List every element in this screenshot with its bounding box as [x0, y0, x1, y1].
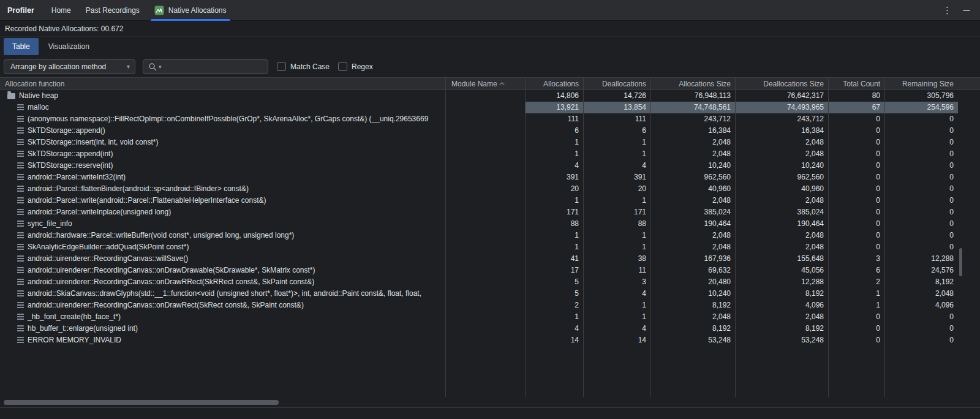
value-cell: 0 — [828, 311, 884, 323]
search-field[interactable]: ▾ — [143, 59, 268, 74]
more-options-icon[interactable]: ⋮ — [943, 6, 952, 15]
horizontal-scrollbar[interactable] — [0, 397, 980, 408]
function-icon — [17, 174, 24, 181]
allocation-function-label: android::Parcel::write(android::Parcel::… — [28, 195, 266, 206]
value-cell: 2,048 — [735, 230, 828, 241]
function-icon — [17, 302, 24, 309]
value-cell: 1 — [525, 230, 583, 241]
allocation-function-label: android::uirenderer::RecordingCanvas::on… — [28, 265, 315, 276]
table-row[interactable]: (anonymous namespace)::FillRectOpImpl::o… — [0, 113, 980, 125]
tab-home[interactable]: Home — [44, 0, 78, 21]
allocation-function-label: SkTDStorage::insert(int, int, void const… — [28, 137, 158, 148]
table-row[interactable]: android::hardware::Parcel::writeBuffer(v… — [0, 230, 980, 241]
table-row[interactable]: android::Parcel::writeInplace(unsigned l… — [0, 206, 980, 218]
table-row[interactable]: android::uirenderer::RecordingCanvas::on… — [0, 265, 980, 276]
regex-label[interactable]: Regex — [352, 62, 373, 71]
table-row[interactable]: SkAnalyticEdgeBuilder::addQuad(SkPoint c… — [0, 241, 980, 253]
value-cell: 17 — [525, 265, 583, 276]
table-row[interactable]: Native heap14,80614,72676,948,11376,642,… — [0, 90, 980, 102]
table-row[interactable]: SkTDStorage::insert(int, int, void const… — [0, 137, 980, 148]
table-row[interactable]: android::SkiaCanvas::drawGlyphs(std::__1… — [0, 288, 980, 300]
table-row[interactable]: SkTDStorage::append(int)112,0482,04800 — [0, 148, 980, 160]
allocation-function-label: _hb_font_create(hb_face_t*) — [28, 311, 121, 323]
search-icon[interactable] — [148, 62, 157, 71]
match-case-label[interactable]: Match Case — [290, 62, 330, 71]
value-cell: 0 — [884, 160, 958, 172]
allocation-function-label: android::uirenderer::RecordingCanvas::on… — [28, 300, 304, 311]
table-row[interactable]: android::uirenderer::RecordingCanvas::wi… — [0, 253, 980, 265]
value-cell: 0 — [828, 183, 884, 195]
search-history-chevron-icon[interactable]: ▾ — [159, 64, 162, 70]
column-header-module-name[interactable]: Module Name — [445, 80, 525, 88]
table-row[interactable]: ERROR MEMORY_INVALID141453,24853,24800 — [0, 334, 980, 346]
value-cell: 53,248 — [650, 334, 735, 346]
tab-past-recordings-label: Past Recordings — [86, 6, 140, 15]
module-name-cell — [445, 311, 525, 323]
module-name-cell — [445, 148, 525, 160]
column-divider — [735, 77, 736, 397]
allocation-function-label: ERROR MEMORY_INVALID — [28, 334, 121, 346]
value-cell: 8,192 — [650, 323, 735, 334]
table-row[interactable]: android::Parcel::write(android::Parcel::… — [0, 195, 980, 206]
value-cell: 76,642,317 — [735, 90, 828, 102]
allocation-function-label: SkTDStorage::reserve(int) — [28, 160, 113, 172]
table-row[interactable]: android::Parcel::writeInt32(int)39139196… — [0, 172, 980, 183]
allocation-function-label: android::SkiaCanvas::drawGlyphs(std::__1… — [28, 288, 421, 300]
column-divider — [583, 77, 584, 397]
value-cell: 1 — [525, 241, 583, 253]
table-row[interactable]: SkTDStorage::reserve(int)4410,24010,2400… — [0, 160, 980, 172]
tab-past-recordings[interactable]: Past Recordings — [78, 0, 147, 21]
table-header: Allocation function Module Name Allocati… — [0, 77, 980, 90]
row-gutter — [958, 172, 980, 183]
value-cell: 16,384 — [735, 125, 828, 137]
table-row[interactable]: android::uirenderer::RecordingCanvas::on… — [0, 300, 980, 311]
value-cell: 0 — [884, 241, 958, 253]
table-row[interactable]: android::uirenderer::RecordingCanvas::on… — [0, 276, 980, 288]
function-icon — [17, 290, 24, 297]
table-toolbar: Arrange by allocation method ▾ ▾ Match C… — [0, 56, 980, 77]
column-header-deallocations-size[interactable]: Deallocations Size — [735, 80, 828, 88]
top-toolbar: Profiler Home Past Recordings Native All… — [0, 0, 980, 21]
table-row[interactable]: malloc13,92113,85474,748,56174,493,96567… — [0, 102, 980, 113]
module-name-cell — [445, 334, 525, 346]
hide-panel-icon[interactable] — [963, 10, 970, 11]
row-gutter — [958, 334, 980, 346]
table-row[interactable]: sync_file_info8888190,464190,46400 — [0, 218, 980, 230]
value-cell: 2,048 — [735, 195, 828, 206]
table-row[interactable]: hb_buffer_t::enlarge(unsigned int)448,19… — [0, 323, 980, 334]
column-header-deallocations[interactable]: Deallocations — [583, 80, 650, 88]
column-header-allocations-size[interactable]: Allocations Size — [650, 80, 735, 88]
value-cell: 6 — [525, 125, 583, 137]
column-header-remaining-size[interactable]: Remaining Size — [884, 80, 958, 88]
value-cell: 11 — [583, 265, 650, 276]
column-header-allocation-function[interactable]: Allocation function — [0, 80, 445, 88]
value-cell: 14,806 — [525, 90, 583, 102]
search-input[interactable] — [164, 62, 263, 72]
regex-checkbox[interactable] — [338, 62, 347, 71]
tab-native-allocations[interactable]: Native Allocations — [147, 0, 234, 21]
value-cell: 167,936 — [650, 253, 735, 265]
tab-table[interactable]: Table — [4, 38, 39, 55]
module-name-cell — [445, 206, 525, 218]
arrange-by-dropdown[interactable]: Arrange by allocation method ▾ — [4, 59, 135, 74]
match-case-option: Match Case — [277, 62, 330, 71]
allocation-function-label: sync_file_info — [28, 218, 72, 230]
table-row[interactable]: _hb_font_create(hb_face_t*)112,0482,0480… — [0, 311, 980, 323]
vertical-scrollbar-thumb[interactable] — [959, 248, 962, 276]
table-row[interactable]: android::Parcel::flattenBinder(android::… — [0, 183, 980, 195]
function-icon — [17, 221, 24, 227]
row-gutter — [958, 148, 980, 160]
column-header-allocations[interactable]: Allocations — [525, 80, 583, 88]
value-cell: 243,712 — [735, 113, 828, 125]
horizontal-scrollbar-thumb[interactable] — [4, 400, 279, 405]
function-icon — [17, 162, 24, 169]
value-cell: 171 — [583, 206, 650, 218]
table-row[interactable]: SkTDStorage::append()6616,38416,38400 — [0, 125, 980, 137]
value-cell: 40,960 — [735, 183, 828, 195]
column-header-total-count[interactable]: Total Count — [828, 80, 884, 88]
match-case-checkbox[interactable] — [277, 62, 286, 71]
tab-visualization[interactable]: Visualization — [40, 38, 98, 55]
value-cell: 2,048 — [650, 195, 735, 206]
value-cell: 0 — [828, 160, 884, 172]
value-cell: 0 — [884, 218, 958, 230]
